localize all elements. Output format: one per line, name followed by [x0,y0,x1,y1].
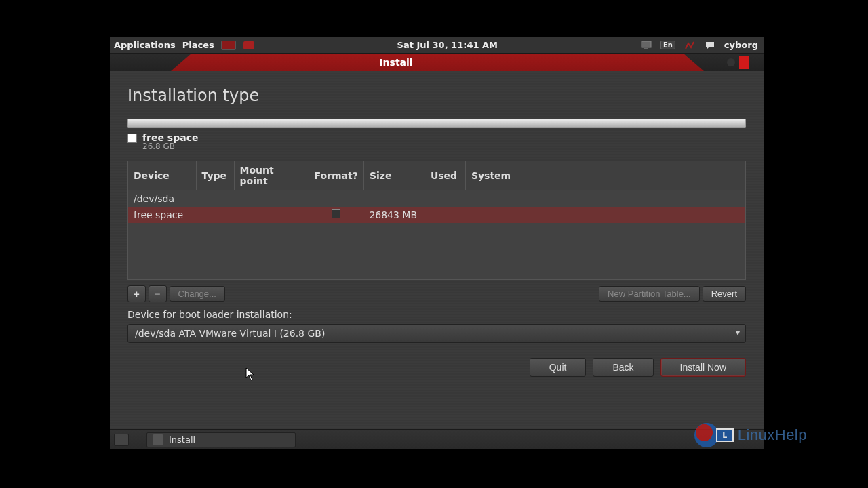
display-icon[interactable] [640,40,652,51]
add-partition-button[interactable]: + [127,285,146,302]
app-launcher-icon[interactable] [243,40,255,51]
svg-rect-0 [642,41,651,47]
col-size[interactable]: Size [363,161,425,190]
partition-table[interactable]: Device Type Mount point Format? Size Use… [127,161,746,280]
table-row[interactable]: /dev/sda [128,190,745,207]
cell [465,207,745,223]
cell [196,207,234,223]
svg-rect-1 [644,48,648,49]
cell: 26843 MB [363,207,425,223]
cell [234,207,309,223]
network-icon[interactable] [684,40,696,51]
col-format[interactable]: Format? [309,161,363,190]
watermark: L LinuxHelp [694,423,807,447]
taskbar-item-install[interactable]: Install [146,432,296,447]
watermark-logo-icon [694,423,719,447]
cell [363,190,425,207]
col-mount[interactable]: Mount point [234,161,309,190]
clock[interactable]: Sat Jul 30, 11:41 AM [255,40,640,50]
cell [425,190,465,207]
table-row[interactable]: free space26843 MB [128,207,745,223]
cell: /dev/sda [128,190,196,207]
new-partition-table-button[interactable]: New Partition Table... [599,286,700,302]
col-type[interactable]: Type [196,161,234,190]
partition-actions: + − Change... New Partition Table... Rev… [127,285,746,302]
user-name[interactable]: cyborg [724,40,758,50]
window-body: Installation type free space 26.8 GB Dev… [110,71,764,429]
window-titlebar[interactable]: Install [110,54,764,71]
places-menu[interactable]: Places [182,40,214,50]
cell [234,190,309,207]
chat-icon[interactable] [704,40,716,51]
cell [196,190,234,207]
change-partition-button[interactable]: Change... [170,286,225,302]
cell [309,207,363,223]
boot-device-dropdown[interactable]: /dev/sda ATA VMware Virtual I (26.8 GB) [127,324,746,343]
remove-partition-button[interactable]: − [149,285,167,302]
install-task-icon [153,434,163,445]
quit-button[interactable]: Quit [530,358,587,377]
back-button[interactable]: Back [593,358,653,377]
page-title: Installation type [127,86,746,105]
disk-legend: free space 26.8 GB [127,132,746,151]
legend-swatch [127,134,137,143]
window-control-dot[interactable] [727,58,735,66]
disk-usage-bar [127,119,746,128]
cell: free space [128,207,196,223]
top-panel: Applications Places Sat Jul 30, 11:41 AM… [110,37,764,54]
cell [465,190,745,207]
window-title: Install [379,57,412,68]
cell [425,207,465,223]
wizard-buttons: Quit Back Install Now [127,358,746,377]
format-checkbox[interactable] [332,209,340,218]
install-now-button[interactable]: Install Now [660,358,746,377]
legend-size: 26.8 GB [142,142,198,151]
col-system[interactable]: System [465,161,745,190]
taskbar: Install [110,429,764,449]
col-device[interactable]: Device [128,161,196,190]
input-method-badge[interactable]: En [660,41,675,49]
applications-menu[interactable]: Applications [114,40,176,50]
cell [309,190,363,207]
monitor-icon[interactable] [221,41,236,50]
boot-loader-label: Device for boot loader installation: [127,309,746,320]
task-label: Install [169,434,195,445]
show-desktop-icon[interactable] [114,434,129,446]
watermark-text: LinuxHelp [738,426,807,444]
col-used[interactable]: Used [425,161,465,190]
revert-button[interactable]: Revert [703,286,746,302]
close-icon[interactable] [739,56,749,69]
watermark-box-icon: L [716,428,734,442]
